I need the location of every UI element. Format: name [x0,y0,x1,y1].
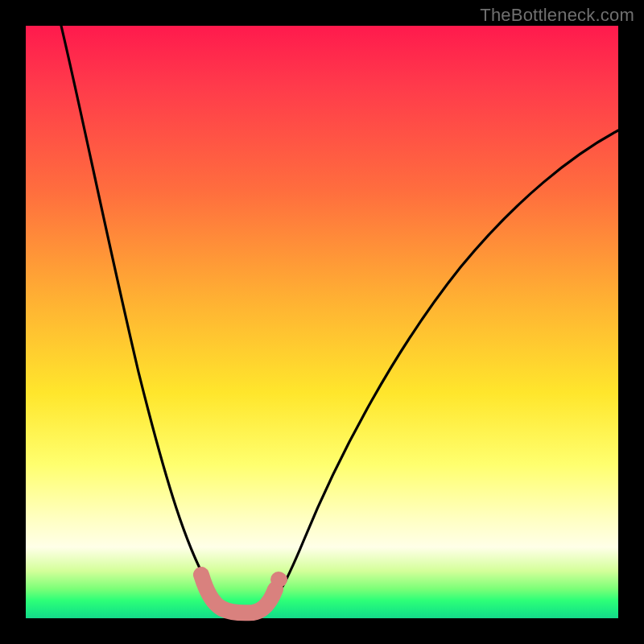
bottleneck-curve [61,26,618,613]
optimal-band-end-dot [273,572,287,587]
chart-svg [26,26,618,618]
watermark-text: TheBottleneck.com [480,5,634,26]
optimal-band-marker [201,575,279,613]
chart-frame: TheBottleneck.com [0,0,644,644]
